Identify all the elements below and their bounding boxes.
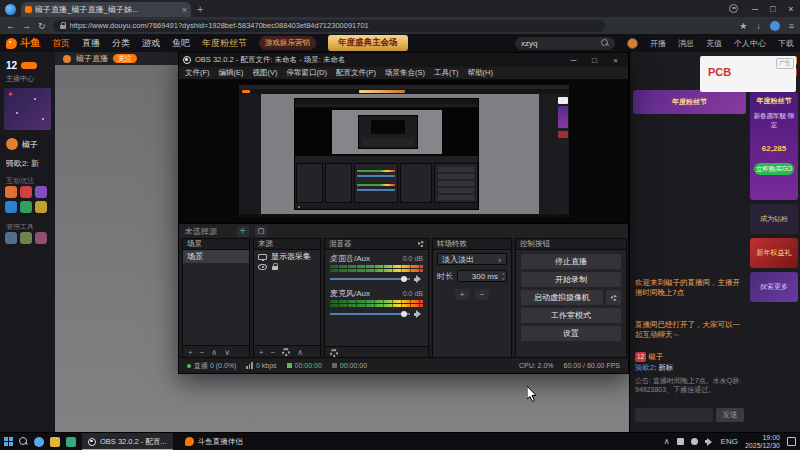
window-minimize-button[interactable]: ─ — [746, 4, 764, 14]
pinned-app-icon[interactable] — [66, 437, 76, 447]
nav-item-yuba[interactable]: 鱼吧 — [172, 37, 190, 50]
virtual-camera-button[interactable]: 启动虚拟摄像机 — [521, 290, 603, 305]
action-center-icon[interactable] — [787, 437, 796, 446]
advanced-audio-icon[interactable] — [330, 349, 338, 357]
tool-icon[interactable] — [35, 232, 47, 244]
studio-mode-button[interactable]: 工作室模式 — [521, 308, 621, 323]
forward-icon[interactable]: → — [22, 21, 31, 31]
slider-knob[interactable] — [401, 276, 407, 282]
follow-button[interactable]: 关注 — [113, 54, 137, 63]
sources-dock-title[interactable]: 来源 — [253, 238, 321, 250]
newyear-ad-card[interactable]: 新年权益礼 — [750, 238, 798, 268]
feature-icon[interactable] — [35, 201, 47, 213]
menu-file[interactable]: 文件(F) — [185, 68, 210, 78]
start-button[interactable] — [4, 437, 13, 446]
menu-view[interactable]: 视图(V) — [253, 68, 278, 78]
streamer-poster[interactable]: ✦ — [4, 88, 51, 130]
menu-help[interactable]: 帮助(H) — [468, 68, 493, 78]
feature-icon[interactable] — [5, 201, 17, 213]
volume-slider[interactable] — [330, 310, 423, 318]
fanfest-banner[interactable]: 年度粉丝节 — [633, 90, 746, 114]
source-properties-icon[interactable] — [282, 348, 290, 356]
source-up-icon[interactable]: ∧ — [297, 348, 303, 357]
mixer-dock-title[interactable]: 混音器 — [329, 239, 414, 249]
nav-item-home[interactable]: 首页 — [52, 37, 70, 50]
window-close-button[interactable]: × — [782, 4, 800, 14]
nav-user-messages[interactable]: 消息 — [678, 38, 694, 49]
scene-list-item[interactable]: 场景 — [183, 250, 249, 263]
menu-scene-collection[interactable]: 场景集合(S) — [385, 68, 425, 78]
source-lock-icon[interactable] — [272, 266, 278, 270]
scene-up-icon[interactable]: ∧ — [211, 348, 217, 357]
nav-user-start-stream[interactable]: 开播 — [650, 38, 666, 49]
chat-input[interactable] — [635, 408, 713, 422]
tray-network-icon[interactable] — [691, 438, 698, 445]
pcb-ad-card[interactable]: PCB 广告 — [700, 56, 796, 92]
remove-source-icon[interactable]: − — [271, 348, 276, 357]
download-icon[interactable]: ↓ — [756, 21, 761, 31]
tray-display-icon[interactable] — [677, 438, 684, 445]
refresh-icon[interactable]: ↻ — [38, 21, 46, 31]
sidebar-label[interactable]: 主播中心 — [6, 74, 34, 84]
search-icon[interactable] — [601, 39, 609, 47]
explore-ad-card[interactable]: 探索更多 — [750, 272, 798, 302]
annual-gala-banner[interactable]: 年度盛典主会场 — [328, 35, 408, 51]
language-indicator[interactable]: ENG — [721, 437, 738, 446]
user-avatar[interactable] — [627, 38, 638, 49]
feature-icon[interactable] — [20, 201, 32, 213]
nav-item-category[interactable]: 分类 — [112, 37, 130, 50]
obs-title-bar[interactable]: OBS 32.0.2 - 配置文件: 未命名 - 场景: 未命名 ─ □ × — [179, 53, 628, 67]
remove-scene-icon[interactable]: − — [200, 348, 205, 357]
mixer-settings-icon[interactable] — [418, 241, 424, 247]
source-visibility-icon[interactable] — [258, 264, 267, 270]
buy-now-button[interactable]: 立即购买GO — [754, 163, 794, 175]
pinned-browser-icon[interactable] — [34, 437, 44, 447]
tool-icon[interactable] — [20, 232, 32, 244]
promo-pill[interactable]: 游戏娱乐营销 — [259, 36, 316, 50]
feature-icon[interactable] — [20, 186, 32, 198]
douyu-logo[interactable]: 斗鱼 — [6, 36, 40, 50]
back-icon[interactable]: ← — [6, 21, 15, 31]
obs-preview[interactable] — [179, 80, 628, 223]
window-maximize-button[interactable]: □ — [764, 4, 782, 14]
address-input[interactable]: https://www.douyu.com/7669491?dyshid=192… — [53, 20, 605, 32]
controls-dock-title[interactable]: 控制按钮 — [515, 238, 627, 250]
nav-user-recharge[interactable]: 充值 — [706, 38, 722, 49]
virtual-camera-config-button[interactable] — [606, 290, 621, 305]
microphone-icon[interactable] — [414, 310, 423, 318]
browser-tab[interactable]: 椒子直播_椒子直播_椒子姊... × — [21, 2, 191, 17]
transitions-dock-title[interactable]: 转场特效 — [432, 238, 512, 250]
nav-item-fanfest[interactable]: 年度粉丝节 — [202, 37, 247, 50]
pinned-explorer-icon[interactable] — [50, 437, 60, 447]
duration-spinner[interactable]: 300 ms — [457, 270, 507, 282]
search-input[interactable]: xzyq — [515, 37, 615, 50]
tool-icon[interactable] — [5, 232, 17, 244]
tray-expand-icon[interactable]: ∧ — [664, 437, 670, 446]
add-transition-button[interactable]: + — [455, 289, 469, 300]
taskbar-obs-button[interactable]: OBS 32.0.2 - 配置... — [82, 433, 173, 450]
tray-volume-icon[interactable] — [705, 438, 714, 446]
taskbar-search-icon[interactable] — [19, 437, 28, 446]
nav-user-download[interactable]: 下载 — [778, 38, 794, 49]
nav-user-profile[interactable]: 个人中心 — [734, 38, 766, 49]
membership-ad-card[interactable]: 成为钻粉 — [750, 204, 798, 234]
bookmark-star-icon[interactable]: ★ — [739, 21, 747, 31]
menu-profile[interactable]: 配置文件(P) — [336, 68, 376, 78]
new-tab-button[interactable]: + — [197, 3, 203, 15]
obs-maximize-button[interactable]: □ — [586, 56, 603, 65]
menu-edit[interactable]: 编辑(E) — [219, 68, 244, 78]
taskbar-douyu-companion-button[interactable]: 斗鱼直播伴侣 — [179, 433, 249, 450]
speaker-icon[interactable] — [414, 275, 423, 283]
streamer-avatar[interactable] — [6, 138, 18, 150]
feature-icon[interactable] — [35, 186, 47, 198]
room-avatar[interactable] — [63, 55, 71, 63]
feature-icon[interactable] — [5, 186, 17, 198]
source-list-item[interactable]: 显示器采集 — [254, 250, 320, 263]
settings-button[interactable]: 设置 — [521, 326, 621, 341]
add-source-icon[interactable]: + — [259, 348, 264, 357]
profile-icon[interactable] — [729, 4, 738, 13]
obs-minimize-button[interactable]: ─ — [565, 56, 582, 65]
obs-close-button[interactable]: × — [607, 56, 624, 65]
taskbar-clock[interactable]: 19:00 2025/12/30 — [745, 434, 780, 450]
add-scene-icon[interactable]: + — [188, 348, 193, 357]
